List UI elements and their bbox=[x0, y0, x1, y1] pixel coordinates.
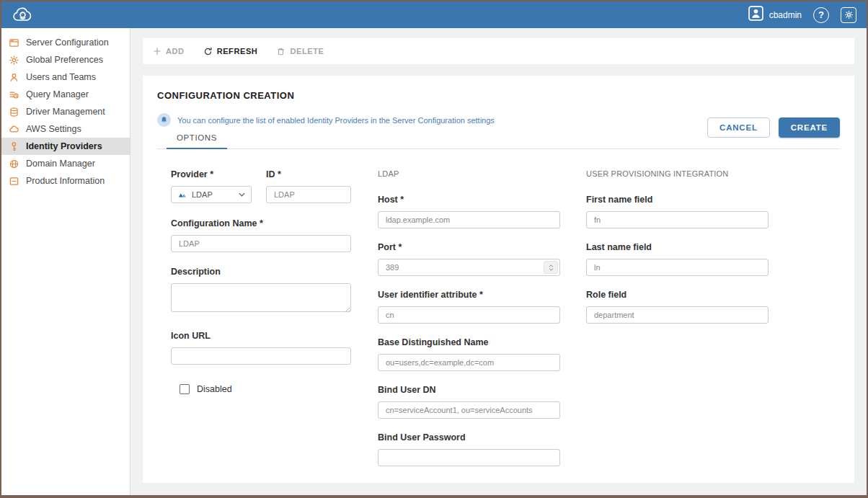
role-input[interactable] bbox=[586, 306, 769, 324]
user-identifier-group: User identifier attribute * bbox=[378, 290, 560, 324]
add-label: ADD bbox=[166, 47, 185, 55]
bell-icon bbox=[157, 113, 171, 127]
id-field-group: ID * bbox=[266, 169, 351, 203]
configuration-name-input[interactable] bbox=[171, 235, 351, 252]
sidebar-item-query-manager[interactable]: Query Manager bbox=[1, 86, 130, 103]
disabled-checkbox-row: Disabled bbox=[171, 384, 351, 394]
create-button[interactable]: CREATE bbox=[779, 117, 840, 138]
chevron-down-icon bbox=[239, 192, 245, 197]
cloudbeaver-logo-icon[interactable] bbox=[10, 5, 37, 25]
user-menu[interactable]: cbadmin bbox=[748, 6, 802, 24]
sidebar-item-aws-settings[interactable]: AWS Settings bbox=[1, 120, 130, 138]
plus-icon bbox=[153, 47, 161, 55]
user-identifier-label: User identifier attribute * bbox=[378, 290, 560, 300]
delete-label: DELETE bbox=[290, 47, 324, 55]
info-text: You can configure the list of enabled Id… bbox=[177, 116, 495, 125]
description-textarea[interactable] bbox=[171, 283, 351, 312]
main-area: ADD REFRESH bbox=[130, 28, 867, 495]
settings-icon[interactable] bbox=[841, 7, 856, 23]
role-group: Role field bbox=[586, 290, 769, 324]
database-icon bbox=[9, 107, 19, 117]
disabled-label: Disabled bbox=[197, 384, 232, 394]
provisioning-section-title: USER PROVISIONING INTEGRATION bbox=[586, 169, 769, 178]
icon-url-input[interactable] bbox=[171, 347, 351, 365]
tab-options[interactable]: OPTIONS bbox=[167, 133, 227, 149]
sidebar-item-label: Identity Providers bbox=[26, 141, 102, 151]
topbar: cbadmin ? bbox=[1, 1, 867, 28]
bind-user-dn-group: Bind User DN bbox=[378, 385, 560, 419]
sidebar-item-domain-manager[interactable]: Domain Manager bbox=[1, 155, 130, 172]
add-button[interactable]: ADD bbox=[153, 47, 185, 55]
provider-selected-value: LDAP bbox=[192, 190, 213, 199]
globe-icon bbox=[9, 159, 19, 169]
query-manager-icon bbox=[9, 89, 19, 100]
provider-select[interactable]: LDAP bbox=[171, 186, 252, 203]
last-name-label: Last name field bbox=[586, 242, 769, 252]
bind-user-dn-input[interactable] bbox=[378, 401, 560, 419]
sidebar-item-label: Domain Manager bbox=[26, 159, 95, 169]
topbar-actions: cbadmin ? bbox=[748, 6, 856, 24]
server-configuration-icon bbox=[9, 37, 19, 48]
bind-user-dn-label: Bind User DN bbox=[378, 385, 560, 395]
host-label: Host * bbox=[378, 195, 560, 205]
sidebar-item-label: Users and Teams bbox=[26, 72, 96, 82]
first-name-input[interactable] bbox=[586, 211, 769, 228]
last-name-input[interactable] bbox=[586, 259, 769, 276]
sidebar-item-global-preferences[interactable]: Global Preferences bbox=[1, 51, 130, 68]
first-name-label: First name field bbox=[586, 195, 769, 205]
ldap-column: LDAP Host * Port * bbox=[378, 169, 560, 480]
help-icon[interactable]: ? bbox=[813, 7, 829, 23]
trash-icon bbox=[276, 47, 285, 56]
cancel-button[interactable]: CANCEL bbox=[707, 117, 770, 138]
user-icon bbox=[748, 6, 763, 24]
users-icon bbox=[9, 72, 19, 83]
ldap-provider-icon bbox=[177, 188, 187, 201]
user-identifier-input[interactable] bbox=[378, 306, 560, 324]
sidebar-item-server-configuration[interactable]: Server Configuration bbox=[1, 34, 130, 51]
general-column: Provider * LDAP bbox=[171, 169, 351, 480]
refresh-button[interactable]: REFRESH bbox=[203, 47, 258, 56]
host-input[interactable] bbox=[378, 211, 560, 228]
configuration-form: Provider * LDAP bbox=[157, 169, 840, 480]
bind-password-label: Bind User Password bbox=[378, 432, 560, 443]
sidebar-item-driver-management[interactable]: Driver Management bbox=[1, 103, 130, 120]
sidebar-item-product-information[interactable]: Product Information bbox=[1, 172, 130, 190]
sidebar-item-users-and-teams[interactable]: Users and Teams bbox=[1, 68, 130, 86]
host-group: Host * bbox=[378, 195, 560, 228]
port-group: Port * bbox=[378, 242, 560, 276]
base-dn-label: Base Distinguished Name bbox=[378, 337, 560, 347]
id-input[interactable] bbox=[266, 186, 351, 203]
provider-label: Provider * bbox=[171, 169, 252, 179]
description-label: Description bbox=[171, 267, 351, 277]
sidebar-item-identity-providers[interactable]: Identity Providers bbox=[1, 138, 130, 155]
configuration-creation-panel: CONFIGURATION CREATION You can configure… bbox=[143, 76, 854, 483]
ldap-section-title: LDAP bbox=[378, 169, 560, 178]
id-label: ID * bbox=[266, 169, 351, 179]
sidebar-item-label: AWS Settings bbox=[26, 124, 81, 134]
port-label: Port * bbox=[378, 242, 560, 252]
panel-actions: CANCEL CREATE bbox=[707, 117, 840, 138]
bind-password-input[interactable] bbox=[378, 449, 560, 466]
icon-url-group: Icon URL bbox=[171, 331, 351, 365]
delete-button[interactable]: DELETE bbox=[276, 47, 324, 56]
icon-url-label: Icon URL bbox=[171, 331, 351, 341]
provider-field-group: Provider * LDAP bbox=[171, 169, 252, 203]
sidebar-item-label: Global Preferences bbox=[26, 55, 103, 65]
provisioning-column: USER PROVISIONING INTEGRATION First name… bbox=[586, 169, 769, 480]
base-dn-input[interactable] bbox=[378, 354, 560, 371]
port-input[interactable] bbox=[378, 259, 560, 276]
username: cbadmin bbox=[769, 10, 802, 20]
toolbar: ADD REFRESH bbox=[143, 38, 854, 64]
sidebar-item-label: Server Configuration bbox=[26, 37, 109, 48]
role-label: Role field bbox=[586, 290, 769, 300]
disabled-checkbox[interactable] bbox=[180, 384, 190, 394]
sidebar: Server Configuration Global Preferences bbox=[1, 28, 130, 495]
base-dn-group: Base Distinguished Name bbox=[378, 337, 560, 371]
configuration-name-group: Configuration Name * bbox=[171, 218, 351, 252]
sidebar-item-label: Query Manager bbox=[26, 89, 89, 99]
aws-cloud-icon bbox=[9, 124, 19, 135]
description-group: Description bbox=[171, 267, 351, 315]
port-stepper[interactable] bbox=[544, 261, 558, 274]
sidebar-item-label: Product Information bbox=[26, 176, 105, 186]
page-title: CONFIGURATION CREATION bbox=[157, 90, 840, 101]
